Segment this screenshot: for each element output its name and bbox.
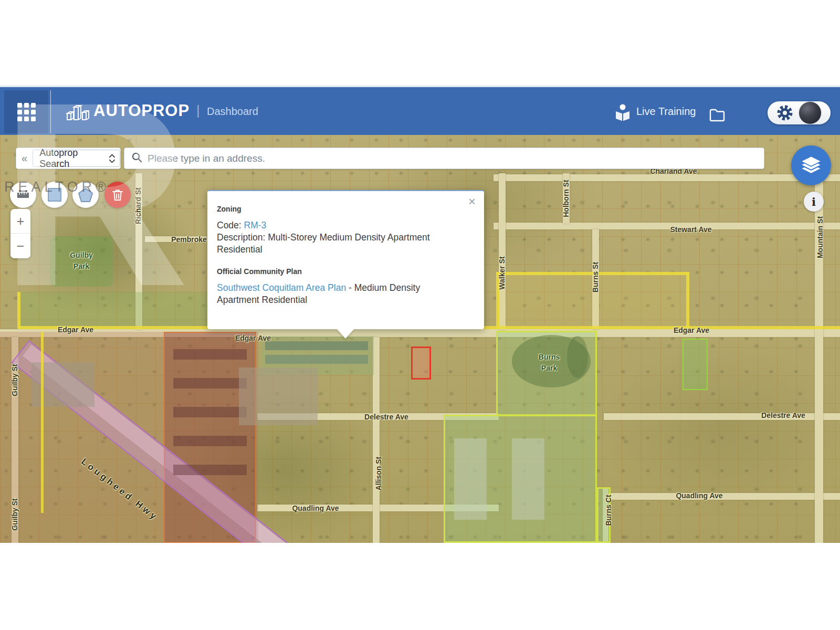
app-grid-menu-button[interactable] <box>4 90 48 133</box>
app-title: AUTOPROP <box>93 101 190 120</box>
header-divider <box>50 90 51 133</box>
zone <box>686 272 689 329</box>
map-label: Park <box>74 262 89 270</box>
zoning-code-link[interactable]: RM-3 <box>244 220 267 230</box>
popup-zoning-heading: Zoning <box>217 205 475 213</box>
zone <box>567 336 588 378</box>
zone <box>173 465 247 475</box>
map-label: Allison St <box>374 457 383 491</box>
zoom-control: + − <box>10 209 30 258</box>
zoom-in-button[interactable]: + <box>10 209 30 234</box>
map-label: Burns Ct <box>604 495 613 526</box>
map-label: Pembroke <box>171 235 207 244</box>
map-label: Guilby <box>70 251 93 259</box>
street <box>494 223 840 229</box>
search-mode-label: Autoprop Search <box>39 148 104 170</box>
map-label: Delestre Ave <box>364 413 408 421</box>
address-search-input[interactable] <box>148 153 764 164</box>
zone <box>41 332 44 513</box>
map-label: Richard St <box>134 187 142 224</box>
collapse-sidebar-button[interactable]: « <box>16 152 33 164</box>
ocp-plan-link[interactable]: Southwest Coquitlam Area Plan <box>217 282 346 293</box>
ruler-icon <box>16 188 30 202</box>
zone <box>682 339 708 390</box>
delete-shapes-button[interactable] <box>104 182 131 208</box>
draw-rectangle-button[interactable] <box>41 182 68 208</box>
polygon-icon <box>78 188 93 202</box>
zoning-code-label: Code: <box>217 220 244 230</box>
zone <box>17 292 20 329</box>
popup-close-button[interactable]: × <box>468 195 476 208</box>
info-button[interactable]: i <box>804 192 824 212</box>
settings-button[interactable] <box>776 104 794 122</box>
layers-button[interactable] <box>791 145 831 185</box>
folder-icon <box>709 107 726 122</box>
map-label: Walker St <box>498 256 506 289</box>
map-label: Edgar Ave <box>674 326 709 334</box>
search-mode-select[interactable]: Autoprop Search <box>33 150 120 167</box>
map-label: Burns <box>539 353 560 361</box>
map-label: Mountain St <box>816 216 824 258</box>
map-label: Park <box>541 364 557 372</box>
ocp-line: Southwest Coquitlam Area Plan - Medium D… <box>217 282 464 306</box>
updown-chevron-icon <box>109 153 116 164</box>
search-toolbar: « Autoprop Search <box>16 148 121 169</box>
measure-tool-button[interactable] <box>10 182 36 208</box>
folder-button[interactable] <box>709 107 726 124</box>
gear-icon <box>776 104 794 122</box>
zone <box>173 407 247 417</box>
zone <box>265 355 368 364</box>
trash-icon <box>112 188 123 202</box>
autoprop-logo-icon <box>65 101 89 125</box>
zone <box>512 438 544 520</box>
live-training-icon <box>614 103 631 124</box>
nav-dashboard-link[interactable]: Dashboard <box>207 106 258 118</box>
zone <box>265 341 368 350</box>
draw-polygon-button[interactable] <box>72 182 99 208</box>
map-label: Quadling Ave <box>676 491 722 500</box>
map-label: Stewart Ave <box>670 225 711 234</box>
popup-ocp-heading: Official Community Plan <box>217 267 475 276</box>
map-label: Guilby St <box>10 498 19 530</box>
search-icon <box>132 152 142 165</box>
live-training-link[interactable]: Live Training <box>636 106 696 118</box>
map-label: Delestre Ave <box>761 411 805 419</box>
user-pill <box>768 101 831 124</box>
zone <box>239 368 318 425</box>
autoprop-app: Charland AveStewart AveHolborn StWalker … <box>0 0 840 630</box>
layers-icon <box>800 155 823 175</box>
address-search-box <box>124 148 764 169</box>
zoning-description: Description: Multi-Storey Medium Density… <box>217 232 464 256</box>
grid-icon <box>17 103 36 121</box>
zone <box>454 438 487 520</box>
map-label: Edgar Ave <box>235 334 271 342</box>
rectangle-icon <box>48 188 61 202</box>
map-label: Edgar Ave <box>58 326 93 334</box>
user-avatar[interactable] <box>799 101 822 124</box>
zoning-popup: × Zoning Code: RM-3 Description: Multi-S… <box>207 190 484 329</box>
zone <box>173 436 247 446</box>
zone <box>173 378 247 388</box>
zoom-out-button[interactable]: − <box>10 234 30 258</box>
map-label: Guilby St <box>10 364 19 396</box>
app-header: AUTOPROP | Dashboard Live Training <box>0 86 840 135</box>
zoning-code-line: Code: RM-3 <box>217 219 464 232</box>
map-label: Quadling Ave <box>292 504 339 512</box>
zone <box>50 236 113 287</box>
selected-parcel[interactable] <box>411 346 431 380</box>
map-label: Burns St <box>591 262 600 292</box>
header-pipe: | <box>196 103 200 118</box>
zone <box>173 349 247 360</box>
info-label: i <box>812 195 816 208</box>
map-label: Holborn St <box>562 180 570 217</box>
